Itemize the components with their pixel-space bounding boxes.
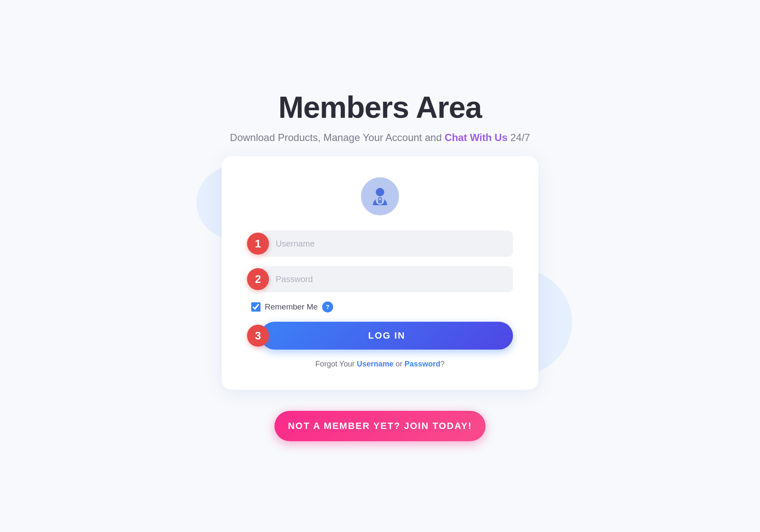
password-row: 2: [247, 266, 513, 292]
svg-point-0: [376, 188, 384, 196]
username-input[interactable]: [261, 231, 513, 257]
forgot-after: ?: [440, 360, 445, 368]
step-1-badge: 1: [247, 233, 269, 255]
step-3-badge: 3: [247, 325, 269, 347]
join-button[interactable]: NOT A MEMBER YET? JOIN TODAY!: [274, 411, 486, 441]
forgot-before: Forgot Your: [315, 360, 355, 368]
user-lock-icon: [369, 185, 391, 208]
remember-me-row: Remember Me ?: [247, 301, 513, 312]
page-title: Members Area: [230, 91, 530, 124]
login-button[interactable]: LOG IN: [261, 322, 513, 350]
svg-point-3: [380, 201, 380, 202]
page-subtitle: Download Products, Manage Your Account a…: [230, 132, 530, 144]
login-row: 3 LOG IN: [247, 322, 513, 350]
page-wrapper: Members Area Download Products, Manage Y…: [0, 91, 760, 441]
login-card: 1 2 Remember Me ? 3 LOG IN Forgot You: [222, 156, 538, 390]
avatar-circle: [361, 177, 399, 215]
forgot-row: Forgot Your Username or Password?: [247, 360, 513, 369]
remember-me-label: Remember Me: [265, 302, 318, 312]
subtitle-after: 24/7: [510, 132, 530, 143]
step-2-badge: 2: [247, 268, 269, 290]
forgot-or: or: [396, 360, 402, 368]
forgot-password-link[interactable]: Password: [404, 360, 440, 368]
avatar-wrapper: [247, 177, 513, 215]
help-icon[interactable]: ?: [322, 301, 333, 312]
card-outer: 1 2 Remember Me ? 3 LOG IN Forgot You: [222, 156, 538, 390]
header-section: Members Area Download Products, Manage Y…: [230, 91, 530, 144]
subtitle-before: Download Products, Manage Your Account a…: [230, 132, 442, 143]
forgot-username-link[interactable]: Username: [357, 360, 394, 368]
remember-me-checkbox[interactable]: [251, 302, 261, 312]
password-input[interactable]: [261, 266, 513, 292]
chat-with-us-link[interactable]: Chat With Us: [445, 132, 508, 143]
username-row: 1: [247, 231, 513, 257]
